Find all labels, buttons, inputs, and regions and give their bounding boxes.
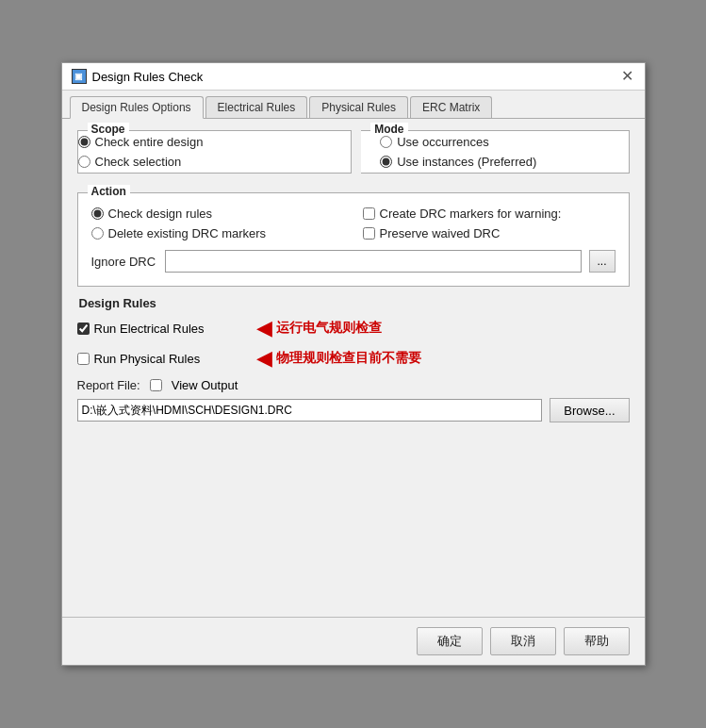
design-rules-title: Design Rules [77, 296, 630, 310]
dialog-window: ▣ Design Rules Check ✕ Design Rules Opti… [61, 62, 646, 666]
tab-electrical-rules[interactable]: Electrical Rules [205, 96, 308, 118]
ignore-drc-browse-button[interactable]: ... [589, 250, 616, 273]
run-physical-rules-label[interactable]: Run Physical Rules [94, 352, 201, 366]
scope-entire-design-radio[interactable] [78, 136, 90, 148]
action-check-design-radio[interactable] [91, 207, 104, 220]
run-electrical-rules-label[interactable]: Run Electrical Rules [94, 322, 205, 336]
tab-physical-rules[interactable]: Physical Rules [309, 96, 408, 118]
electrical-rules-annotation-text: 运行电气规则检查 [276, 320, 382, 337]
mode-occurrences-row: Use occurrences [380, 135, 628, 149]
mode-instances-label[interactable]: Use instances (Preferred) [397, 155, 536, 169]
action-check-design-row: Check design rules [91, 207, 344, 221]
view-output-checkbox[interactable] [150, 379, 162, 391]
run-physical-rules-checkbox[interactable] [77, 353, 90, 365]
action-create-markers-row: Create DRC markers for warning: [363, 207, 616, 221]
mode-instances-row: Use instances (Preferred) [380, 155, 628, 169]
physical-rules-row: Run Physical Rules ◀ 物理规则检查目前不需要 [77, 348, 630, 369]
scope-selection-label[interactable]: Check selection [95, 155, 182, 169]
scope-label: Scope [88, 123, 129, 136]
help-button[interactable]: 帮助 [564, 627, 630, 655]
action-preserve-waived-row: Preserve waived DRC [363, 226, 616, 240]
run-electrical-rules-checkbox[interactable] [77, 323, 90, 335]
electrical-rules-row: Run Electrical Rules ◀ 运行电气规则检查 [77, 318, 630, 339]
action-preserve-waived-label[interactable]: Preserve waived DRC [380, 226, 501, 240]
physical-rules-annotation: ◀ 物理规则检查目前不需要 [256, 348, 421, 369]
action-create-markers-checkbox[interactable] [363, 207, 375, 220]
tab-erc-matrix[interactable]: ERC Matrix [410, 96, 492, 118]
scope-group: Scope Check entire design Check selectio… [77, 130, 353, 174]
report-path-input[interactable] [77, 399, 543, 422]
scope-mode-row: Scope Check entire design Check selectio… [77, 130, 630, 183]
scope-selection-row: Check selection [78, 155, 352, 169]
mode-occurrences-radio[interactable] [380, 136, 392, 148]
cancel-button[interactable]: 取消 [490, 627, 556, 655]
tab-design-rules-options[interactable]: Design Rules Options [70, 96, 204, 119]
arrow-left-icon: ◀ [256, 318, 272, 339]
view-output-label[interactable]: View Output [172, 378, 238, 392]
action-create-markers-label[interactable]: Create DRC markers for warning: [380, 207, 562, 221]
ignore-drc-input[interactable] [165, 250, 582, 273]
action-delete-markers-row: Delete existing DRC markers [91, 226, 344, 240]
title-bar: ▣ Design Rules Check ✕ [62, 63, 645, 91]
report-file-row: Report File: View Output Browse... [77, 378, 630, 422]
action-delete-markers-label[interactable]: Delete existing DRC markers [108, 226, 267, 240]
window-title: Design Rules Check [92, 70, 204, 84]
action-preserve-waived-checkbox[interactable] [363, 227, 375, 240]
mode-occurrences-label[interactable]: Use occurrences [397, 135, 489, 149]
action-delete-markers-radio[interactable] [91, 227, 104, 240]
design-rules-section: Design Rules Run Electrical Rules ◀ 运行电气… [77, 296, 630, 369]
report-file-label: Report File: [77, 378, 140, 392]
scope-entire-design-label[interactable]: Check entire design [95, 135, 204, 149]
action-check-design-label[interactable]: Check design rules [108, 207, 213, 221]
mode-group: Mode Use occurrences Use instances (Pref… [361, 130, 629, 174]
action-group: Action Check design rules Delete existin… [77, 192, 630, 287]
scope-selection-radio[interactable] [78, 156, 90, 168]
confirm-button[interactable]: 确定 [417, 627, 483, 655]
tab-bar: Design Rules Options Electrical Rules Ph… [62, 91, 645, 119]
action-label: Action [88, 185, 130, 198]
window-icon: ▣ [72, 69, 87, 84]
content-area: Scope Check entire design Check selectio… [62, 119, 645, 617]
ignore-drc-row: Ignore DRC ... [91, 250, 616, 273]
electrical-rules-annotation: ◀ 运行电气规则检查 [256, 318, 382, 339]
button-bar: 确定 取消 帮助 [62, 617, 645, 665]
browse-button[interactable]: Browse... [550, 398, 629, 422]
scope-entire-design-row: Check entire design [78, 135, 352, 149]
mode-instances-radio[interactable] [380, 156, 392, 168]
physical-rules-annotation-text: 物理规则检查目前不需要 [276, 350, 421, 367]
mode-label: Mode [370, 123, 407, 136]
arrow-left-icon-2: ◀ [256, 348, 272, 369]
ignore-drc-label: Ignore DRC [91, 255, 157, 269]
close-button[interactable]: ✕ [619, 69, 635, 84]
